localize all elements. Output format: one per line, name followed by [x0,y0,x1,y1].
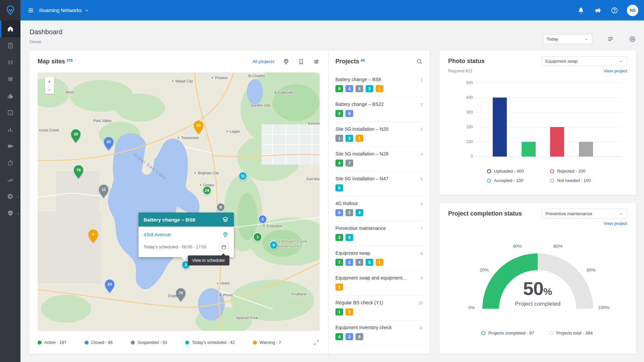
project-item[interactable]: Site 5G installation – N47 5 5 [335,172,423,196]
completion-title: Project completion status [448,210,522,217]
map-city-dot [220,294,221,296]
map-legend-item: Warning - 7 [253,340,281,345]
y-axis-tick: 200 [453,125,473,129]
sidebar-item-shield-check[interactable]: › [0,205,20,222]
visibility-icon[interactable] [629,36,636,43]
view-project-link[interactable]: View project [603,221,627,226]
bookmark-icon[interactable] [298,58,305,65]
layers-icon[interactable] [222,216,229,223]
project-item[interactable]: Battery change – BS22 2 26 [335,97,423,122]
legend-ring-icon [550,179,554,183]
svg-text:1: 1 [257,235,259,239]
svg-text:15: 15 [197,123,201,127]
sidebar-item-list[interactable] [0,54,20,71]
project-item[interactable]: Site 5G installation – N28 4 47 [335,147,423,172]
legend-dot-icon [85,341,89,345]
project-item[interactable]: Equipment swap and equipment… 9 2 [335,271,423,296]
sidebar-item-calendar[interactable] [0,104,20,121]
map-sites-count: 378 [66,58,72,62]
map-marker-dot-9[interactable]: 9 [270,241,278,249]
map-place-label: rouse Creek [39,128,59,132]
sidebar-item-home[interactable] [0,20,20,37]
zoom-out-button[interactable]: − [45,85,54,94]
project-item[interactable]: Preventive maintenance 7 39 [335,221,423,246]
project-item[interactable]: Equipment inventory check 11 428 [335,320,423,345]
project-title: Preventive maintenance [335,226,386,231]
notifications-bell-icon[interactable] [577,7,585,14]
map-canvas: Great Salt Lake AlmoMalad CityPrestonSt … [38,72,320,331]
gear-icon [7,193,14,200]
chevron-down-icon [618,211,624,217]
bar-rejected [550,127,564,157]
project-item[interactable]: Equipment swap 8 72451 [335,246,423,271]
map-marker-dot-24[interactable]: 24 [203,186,211,195]
view-in-scheduler-button[interactable] [219,242,229,252]
map-place-label: Tremonton [181,136,199,140]
stopwatch-icon [7,160,14,166]
avatar[interactable]: NS [627,5,638,16]
date-filter-select[interactable]: Today [543,34,592,44]
globe-icon[interactable] [283,58,289,65]
chart-legend-item: Rejected - 200 [550,169,591,174]
project-item[interactable]: 4G Rollout 6 624 [335,196,423,221]
zoom-in-button[interactable]: + [45,77,54,85]
sidebar-item-double-check[interactable] [0,171,20,188]
popup-schedule: Today’s scheduled · 08:00 - 17:00 [144,245,206,249]
sidebar-item-columns[interactable] [0,71,20,87]
map-legend-item: Closed - 86 [85,340,113,345]
location-pin-icon[interactable] [222,231,229,238]
sidebar-item-bar-chart[interactable] [0,121,20,138]
sidebar-item-stopwatch[interactable] [0,155,20,171]
status-badge-green: 2 [335,110,343,117]
popup-address-link[interactable]: 43rd Avenue [144,232,171,237]
search-icon[interactable] [416,58,423,65]
topbar: Roaming Networks NS [0,0,644,20]
bar-accepted [522,142,536,157]
chevron-right-icon: › [17,211,19,216]
expand-map-icon[interactable] [313,339,320,346]
map-city-dot [195,172,196,174]
svg-text:32: 32 [107,140,111,144]
org-switcher[interactable]: Roaming Networks [39,7,90,13]
hamburger-menu-icon[interactable] [28,7,34,14]
map-city-dot [217,283,218,284]
project-item[interactable]: Regular BS check (Y1) 10 13 [335,296,423,320]
sidebar-item-clipboard[interactable] [0,37,20,54]
help-icon[interactable] [611,7,618,14]
filter-sliders-icon[interactable] [313,58,320,65]
status-badge-green: 4 [335,333,343,340]
sidebar-item-thumbs-up[interactable] [0,87,20,104]
legend-ring-icon [481,331,485,335]
gauge-legend-item: Projects total - 384 [549,330,593,336]
photo-status-filter-select[interactable]: Equipment swap [542,56,627,66]
layout-lines-icon[interactable] [607,36,614,43]
map-sites-title: Map sites [38,58,65,65]
project-item[interactable]: Site 5G installation – N20 3 131 [335,122,423,147]
map-marker-dot-11[interactable]: 11 [239,172,247,180]
chevron-down-icon [618,59,624,64]
map-marker-dot-8[interactable]: 8 [217,203,225,212]
view-project-link[interactable]: View project [603,68,627,73]
completion-status-card: Project completion status Preventive mai… [439,203,636,354]
sidebar-item-video[interactable] [0,138,20,155]
projects-panel: Projects 45 Battery change – BS8 1 94521… [329,51,429,354]
sidebar-item-gear[interactable]: › [0,188,20,205]
map-marker-dot-2[interactable]: 2 [259,215,267,224]
announcements-megaphone-icon[interactable] [594,7,601,14]
map[interactable]: Great Salt Lake AlmoMalad CityPrestonSt … [38,72,320,331]
completion-filter-select[interactable]: Preventive maintenance [542,209,627,219]
org-name: Roaming Networks [39,7,82,13]
status-badge-teal: 5 [335,184,343,191]
video-icon [7,143,14,149]
map-marker-dot-1[interactable]: 1 [254,233,262,241]
project-item[interactable]: Battery change – BS8 1 94521 [335,72,423,97]
home-icon [7,25,14,32]
app-logo[interactable] [0,0,20,20]
scheduler-tooltip: View in scheduler [188,255,229,265]
status-badge-gray: 2 [345,209,353,216]
page-header: Dashboard Owner Today [20,20,644,51]
shield-check-icon [7,210,14,217]
map-city-dot [178,137,179,138]
status-badge-gray: 4 [356,259,363,266]
all-projects-link[interactable]: All projects [252,59,274,64]
